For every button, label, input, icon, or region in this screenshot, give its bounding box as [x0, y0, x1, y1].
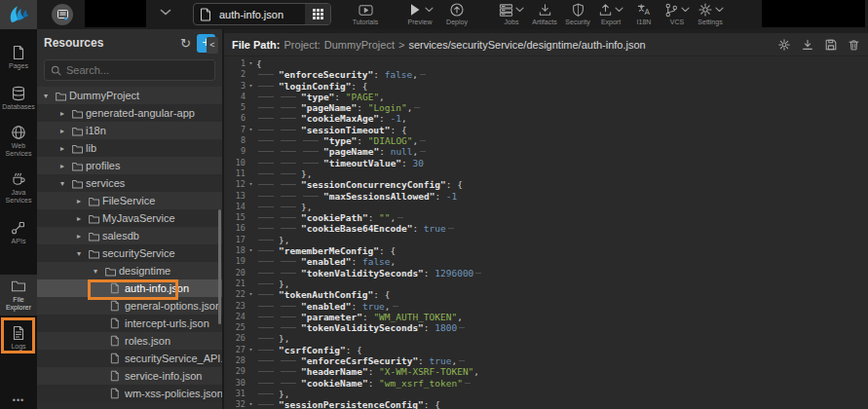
code-line[interactable]: 23"enabled": true, — [224, 301, 868, 312]
project-menu-chevron-icon[interactable] — [160, 9, 171, 16]
collapsed-arrow-icon[interactable]: ▸ — [77, 232, 88, 241]
tree-item-lib[interactable]: ▸lib — [37, 139, 222, 157]
code-line[interactable]: 10"timeoutValue": 30 — [224, 158, 868, 168]
collapsed-arrow-icon[interactable]: ▸ — [60, 144, 71, 153]
code-line[interactable]: 30"cookieName": "wm_xsrf_token" — [224, 378, 868, 389]
topbar-settings-button[interactable]: Settings — [694, 2, 727, 25]
tree-item-i18n[interactable]: ▸i18n — [37, 122, 222, 139]
tree-scrollbar[interactable] — [218, 209, 221, 324]
code-line[interactable]: 16"cookieBase64Encode": true — [224, 223, 868, 234]
code-line[interactable]: 5"pageName": "Login", — [224, 102, 868, 113]
tree-item-services[interactable]: ▾services — [37, 174, 222, 192]
code-line[interactable]: 18▾"rememberMeConfig": { — [224, 245, 868, 256]
topbar-deploy-button[interactable]: Deploy — [440, 2, 473, 25]
sidebar-item-file-explorer[interactable]: File Explorer — [0, 275, 37, 316]
collapsed-arrow-icon[interactable]: ▸ — [60, 109, 71, 118]
tree-item-securityservice-api-json[interactable]: securityService_API.json — [37, 350, 222, 367]
fold-marker-icon[interactable]: ▾ — [245, 81, 256, 92]
collapsed-arrow-icon[interactable]: ▸ — [60, 162, 71, 170]
tree-item-myjavaservice[interactable]: ▸MyJavaService — [37, 209, 222, 227]
code-editor[interactable]: 1▾{2"enforceSecurity": false,3▾"loginCon… — [224, 56, 868, 409]
tree-item-salesdb[interactable]: ▸salesdb — [37, 227, 222, 244]
tree-item-general-options-json[interactable]: general-options.json — [37, 297, 222, 315]
code-line[interactable]: 14}, — [224, 202, 868, 212]
tree-item-dummyproject[interactable]: ▾DummyProject — [37, 87, 222, 104]
code-line[interactable]: 11}, — [224, 168, 868, 179]
project-avatar[interactable] — [52, 4, 73, 25]
topbar-jobs-button[interactable]: Jobs — [495, 2, 528, 25]
fold-marker-icon[interactable]: ▾ — [245, 179, 256, 190]
tree-item-intercept-urls-json[interactable]: intercept-urls.json — [37, 315, 222, 332]
sidebar-item-java-services[interactable]: Java Services — [0, 167, 37, 208]
refresh-icon[interactable]: ↻ — [180, 37, 191, 50]
collapsed-arrow-icon[interactable]: ▸ — [60, 127, 71, 135]
tree-item-roles-json[interactable]: roles.json — [37, 332, 222, 350]
sidebar-item-apis[interactable]: APIs — [0, 216, 37, 249]
open-file-tab[interactable]: auth-info.json — [193, 3, 331, 25]
expanded-arrow-icon[interactable]: ▾ — [60, 179, 71, 188]
collapsed-arrow-icon[interactable]: ▸ — [77, 197, 88, 205]
code-line[interactable]: 1▾{ — [224, 58, 868, 69]
tree-item-designtime[interactable]: ▾designtime — [37, 262, 222, 279]
save-file-button[interactable] — [824, 38, 838, 52]
tree-item-generated-angular-app[interactable]: ▸generated-angular-app — [37, 104, 222, 122]
code-line[interactable]: 3▾"loginConfig": { — [224, 81, 868, 92]
code-line[interactable]: 24"parameter": "WM_AUTH_TOKEN", — [224, 312, 868, 322]
sidebar-item-databases[interactable]: Databases — [0, 82, 37, 115]
collapsed-arrow-icon[interactable]: ▸ — [77, 214, 88, 223]
code-line[interactable]: 15"cookiePath": "", — [224, 212, 868, 223]
code-line[interactable]: 32▾"sessionPersistenceConfig": { — [224, 399, 868, 409]
tree-item-profiles[interactable]: ▸profiles — [37, 157, 222, 174]
code-line[interactable]: 22▾"tokenAuthConfig": { — [224, 289, 868, 300]
code-line[interactable]: 17}, — [224, 235, 868, 245]
code-line[interactable]: 29"headerName": "X-WM-XSRF-TOKEN", — [224, 366, 868, 377]
code-line[interactable]: 31}, — [224, 389, 868, 399]
app-logo[interactable] — [0, 0, 37, 29]
code-line[interactable]: 8"type": "DIALOG", — [224, 135, 868, 146]
code-line[interactable]: 26}, — [224, 333, 868, 344]
code-line[interactable]: 12▾"sessionConcurrencyConfig": { — [224, 179, 868, 190]
editor-settings-button[interactable] — [777, 38, 791, 52]
sidebar-more-button[interactable]: ••• — [13, 395, 24, 405]
fold-marker-icon[interactable]: ▾ — [245, 289, 256, 300]
page-grid-icon[interactable] — [305, 4, 330, 24]
tree-item-fileservice[interactable]: ▸FileService — [37, 192, 222, 209]
topbar-vcs-button[interactable]: VCS — [660, 2, 694, 25]
code-line[interactable]: 19"enabled": false, — [224, 256, 868, 267]
tree-item-auth-info-json[interactable]: auth-info.json — [37, 279, 222, 297]
fold-marker-icon[interactable]: ▾ — [245, 125, 256, 135]
fold-marker-icon[interactable]: ▾ — [245, 399, 256, 409]
code-line[interactable]: 28"enforceCsrfSecurity": true, — [224, 355, 868, 366]
expanded-arrow-icon[interactable]: ▾ — [94, 267, 104, 276]
code-line[interactable]: 4"type": "PAGE", — [224, 92, 868, 102]
tree-item-service-info-json[interactable]: service-info.json — [37, 367, 222, 385]
code-line[interactable]: 21}, — [224, 279, 868, 289]
search-input[interactable] — [66, 64, 193, 76]
code-line[interactable]: 27▾"csrfConfig": { — [224, 345, 868, 355]
code-line[interactable]: 13"maxSessionsAllowed": -1 — [224, 191, 868, 202]
code-line[interactable]: 25"tokenValiditySeconds": 1800 — [224, 322, 868, 333]
search-box[interactable] — [44, 59, 215, 81]
topbar-preview-button[interactable]: Preview — [403, 2, 436, 25]
topbar-tutorials-button[interactable]: Tutorials — [349, 2, 382, 25]
topbar-i18n-button[interactable]: AI18N — [627, 2, 660, 25]
code-line[interactable]: 9"pageName": null, — [224, 146, 868, 157]
expanded-arrow-icon[interactable]: ▾ — [77, 249, 88, 258]
code-line[interactable]: 7▾"sessionTimeout": { — [224, 125, 868, 135]
sidebar-item-logs[interactable]: Logs — [0, 321, 37, 354]
tree-item-securityservice[interactable]: ▾securityService — [37, 244, 222, 262]
topbar-security-button[interactable]: Security — [561, 2, 594, 25]
topbar-export-button[interactable]: Export — [594, 2, 627, 25]
expanded-arrow-icon[interactable]: ▾ — [44, 92, 55, 100]
fold-marker-icon[interactable]: ▾ — [245, 345, 256, 355]
fold-marker-icon[interactable]: ▾ — [245, 245, 256, 256]
delete-file-button[interactable] — [848, 38, 860, 52]
code-line[interactable]: 6"cookieMaxAge": -1, — [224, 113, 868, 124]
tree-item-wm-xss-policies-json[interactable]: wm-xss-policies.json — [37, 385, 222, 402]
sidebar-item-web-services[interactable]: Web Services — [0, 121, 37, 162]
collapse-panel-button[interactable]: < — [207, 37, 218, 54]
fold-marker-icon[interactable]: ▾ — [245, 58, 256, 69]
sidebar-item-pages[interactable]: Pages — [0, 41, 37, 74]
code-line[interactable]: 2"enforceSecurity": false, — [224, 69, 868, 80]
code-line[interactable]: 20"tokenValiditySeconds": 1296000 — [224, 268, 868, 279]
